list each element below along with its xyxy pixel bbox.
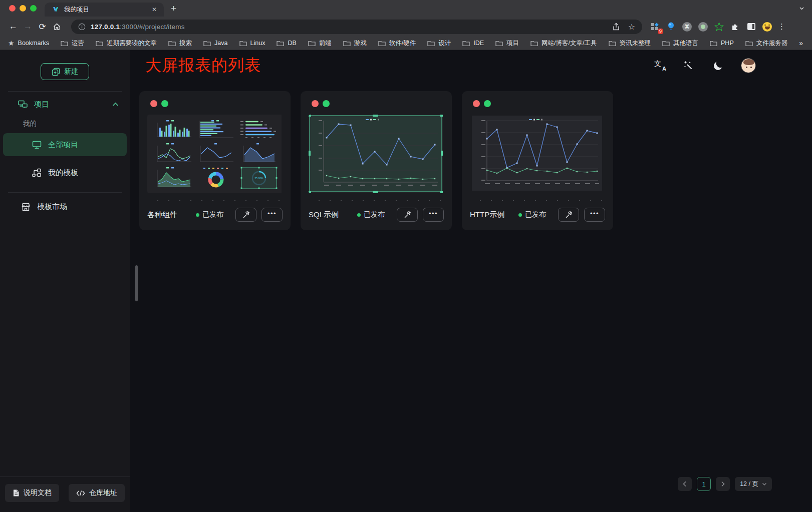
tab-close-icon[interactable]: ✕ bbox=[150, 5, 159, 14]
browser-tab[interactable]: 我的项目 ✕ bbox=[45, 3, 164, 17]
language-toggle-button[interactable]: 文 A bbox=[654, 61, 665, 71]
card-preview-thumbnail[interactable] bbox=[470, 115, 605, 193]
bookmark-folder[interactable]: 游戏 bbox=[343, 39, 367, 48]
next-page-button[interactable] bbox=[716, 477, 730, 491]
record-icon bbox=[698, 22, 708, 32]
edit-project-button[interactable] bbox=[397, 208, 418, 222]
bookmark-label: 项目 bbox=[506, 39, 519, 48]
dark-mode-toggle[interactable] bbox=[711, 62, 724, 70]
side-panel-button[interactable] bbox=[745, 21, 757, 33]
minimize-window-button[interactable] bbox=[20, 5, 26, 12]
command-extension-icon[interactable]: ⌘ bbox=[681, 21, 693, 33]
bookmark-folder[interactable]: 近期需要读的文章 bbox=[96, 39, 157, 48]
site-info-icon[interactable] bbox=[78, 23, 86, 31]
bookmark-folder[interactable]: Linux bbox=[239, 40, 265, 47]
more-actions-button[interactable]: ••• bbox=[584, 208, 605, 222]
folder-icon bbox=[343, 40, 351, 47]
sidebar-group-projects[interactable]: 项目 bbox=[18, 100, 119, 109]
bookmarks-root[interactable]: ★ Bookmarks bbox=[8, 39, 49, 47]
scrollbar-thumb[interactable] bbox=[135, 265, 138, 301]
bookmark-folder[interactable]: 项目 bbox=[495, 39, 519, 48]
bookmark-folder[interactable]: 设计 bbox=[427, 39, 451, 48]
more-actions-button[interactable]: ••• bbox=[261, 208, 283, 222]
chevron-down-icon bbox=[762, 482, 767, 486]
smiley-avatar-icon bbox=[762, 22, 772, 32]
red-dot bbox=[150, 100, 157, 107]
url-text: 127.0.0.1:3000/#/project/items bbox=[91, 23, 185, 31]
folder-icon bbox=[61, 40, 68, 47]
card-preview-thumbnail[interactable]: 25.00% bbox=[147, 115, 283, 193]
more-actions-button[interactable]: ••• bbox=[423, 208, 444, 222]
forward-button[interactable]: → bbox=[21, 20, 35, 34]
sidebar-item-label: 我的模板 bbox=[48, 168, 78, 178]
reload-button[interactable]: ⟳ bbox=[35, 20, 50, 34]
puzzle-extensions-button[interactable] bbox=[729, 21, 741, 33]
folder-icon bbox=[745, 40, 753, 47]
status-label: 已发布 bbox=[525, 210, 546, 219]
bookmark-star-icon[interactable]: ☆ bbox=[628, 22, 635, 32]
docs-button[interactable]: 说明文档 bbox=[5, 484, 59, 502]
bookmark-folder[interactable]: 其他语言 bbox=[662, 39, 698, 48]
home-button[interactable] bbox=[50, 20, 64, 34]
project-name: HTTP示例 bbox=[470, 210, 518, 220]
profile-avatar-button[interactable] bbox=[761, 21, 773, 33]
home-icon bbox=[53, 23, 61, 31]
bookmark-folder[interactable]: 搜索 bbox=[168, 39, 192, 48]
address-bar[interactable]: 127.0.0.1:3000/#/project/items ☆ bbox=[71, 20, 642, 34]
page-size-value: 12 / 页 bbox=[740, 480, 758, 488]
repository-button-label: 仓库地址 bbox=[89, 488, 117, 497]
current-page[interactable]: 1 bbox=[697, 477, 711, 491]
bookmark-folder[interactable]: 软件/硬件 bbox=[378, 39, 416, 48]
docs-button-label: 说明文档 bbox=[24, 488, 52, 497]
new-plus-icon bbox=[52, 68, 60, 76]
balloon-icon bbox=[667, 22, 675, 32]
maximize-window-button[interactable] bbox=[30, 5, 37, 12]
chevron-up-icon[interactable] bbox=[112, 102, 119, 107]
sidebar: 新建 项目 我的 全部项目 bbox=[0, 50, 130, 512]
bookmark-folder[interactable]: DB bbox=[277, 40, 296, 47]
edit-project-button[interactable] bbox=[558, 208, 579, 222]
bookmark-folder[interactable]: PHP bbox=[710, 40, 734, 47]
bookmark-label: 其他语言 bbox=[673, 39, 698, 48]
bookmark-folder[interactable]: 运营 bbox=[61, 39, 84, 48]
sidebar-item-label: 全部项目 bbox=[48, 140, 78, 150]
magic-wand-button[interactable] bbox=[682, 61, 695, 71]
star-extension-icon[interactable] bbox=[713, 21, 725, 33]
bookmarks-overflow-button[interactable]: » bbox=[799, 39, 803, 47]
new-tab-button[interactable]: + bbox=[171, 4, 176, 13]
project-card-sql[interactable]: SQL示例 已发布 ••• bbox=[301, 91, 452, 230]
folder-icon bbox=[662, 40, 670, 47]
folder-icon bbox=[308, 40, 316, 47]
new-project-button[interactable]: 新建 bbox=[41, 63, 89, 80]
edit-project-button[interactable] bbox=[235, 208, 256, 222]
bookmark-folder[interactable]: 前端 bbox=[308, 39, 332, 48]
sidebar-item-all-projects[interactable]: 全部项目 bbox=[3, 133, 127, 156]
sidebar-item-template-market[interactable]: 模板市场 bbox=[3, 197, 127, 217]
tab-search-chevron-icon[interactable] bbox=[798, 5, 805, 12]
status-dot bbox=[357, 213, 361, 217]
project-card-http[interactable]: HTTP示例 已发布 ••• bbox=[462, 91, 613, 230]
bookmark-folder[interactable]: 资讯未整理 bbox=[609, 39, 651, 48]
browser-menu-button[interactable]: ⋮ bbox=[778, 22, 785, 31]
grid-extension-icon[interactable]: 9 bbox=[649, 21, 661, 33]
project-card-components[interactable]: 25.00% 各种组件 已发布 bbox=[139, 91, 291, 230]
close-window-button[interactable] bbox=[9, 5, 16, 12]
bookmark-folder[interactable]: 文件服务器 bbox=[745, 39, 788, 48]
url-host: 127.0.0.1 bbox=[91, 23, 120, 31]
page-size-select[interactable]: 12 / 页 bbox=[735, 477, 772, 491]
bookmark-folder[interactable]: IDE bbox=[462, 40, 484, 47]
balloon-extension-icon[interactable] bbox=[665, 21, 677, 33]
recorder-extension-icon[interactable] bbox=[697, 21, 709, 33]
sidebar-item-label: 模板市场 bbox=[37, 202, 67, 212]
sidebar-item-my-templates[interactable]: 我的模板 bbox=[3, 161, 127, 184]
card-preview-thumbnail[interactable] bbox=[309, 115, 444, 193]
user-avatar[interactable] bbox=[741, 58, 756, 73]
back-button[interactable]: ← bbox=[6, 20, 21, 34]
share-icon[interactable] bbox=[612, 23, 620, 31]
repository-button[interactable]: 仓库地址 bbox=[69, 484, 125, 502]
bookmark-folder[interactable]: 网站/博客/文章/工具 bbox=[530, 39, 597, 48]
bookmark-folder[interactable]: Java bbox=[203, 40, 227, 47]
prev-page-button[interactable] bbox=[678, 477, 692, 491]
green-dot bbox=[323, 100, 330, 107]
header-actions: 文 A bbox=[654, 50, 756, 81]
